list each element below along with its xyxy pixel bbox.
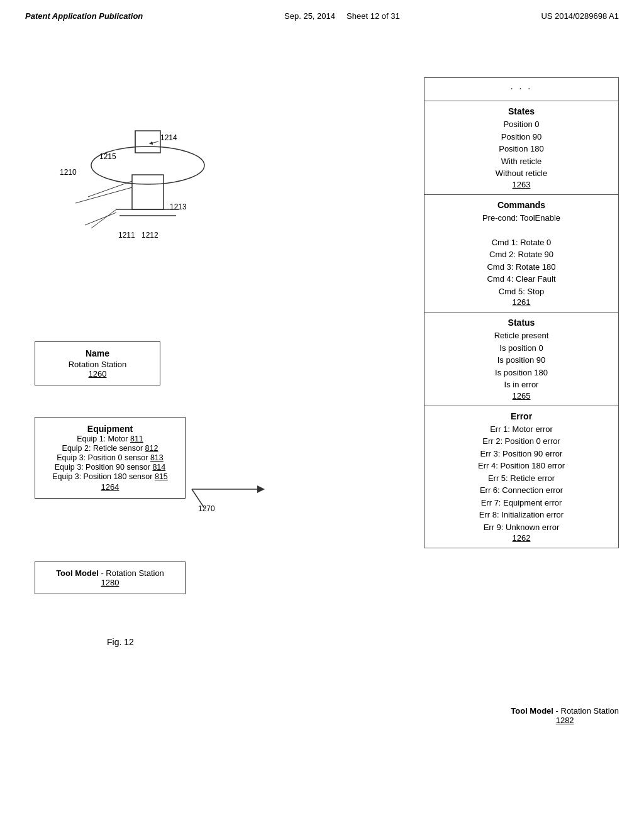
name-box-value: Rotation Station (44, 360, 151, 369)
right-panel-error: Error Err 1: Motor error Err 2: Position… (425, 406, 618, 548)
state-without-reticle: Without reticle (433, 167, 609, 180)
state-position90: Position 90 (433, 131, 609, 143)
err-8: Err 8: Initialization error (433, 509, 609, 521)
equip-line-4: Equip 3: Position 90 sensor 814 (44, 463, 176, 472)
header-date: Sep. 25, 2014 (284, 11, 335, 21)
dots-indicator: · · · (433, 83, 609, 93)
right-panel-states: States Position 0 Position 90 Position 1… (425, 101, 618, 195)
err-1: Err 1: Motor error (433, 423, 609, 436)
err-6: Err 6: Connection error (433, 484, 609, 497)
svg-line-7 (75, 187, 132, 203)
label-1215: 1215 (99, 152, 116, 161)
name-box-title: Name (44, 348, 151, 358)
equip-line-2: Equip 2: Reticle sensor 812 (44, 444, 176, 453)
err-4: Err 4: Position 180 error (433, 460, 609, 472)
err-3: Err 3: Position 90 error (433, 448, 609, 460)
header-sheet: Sheet 12 of 31 (347, 11, 400, 21)
label-1210: 1210 (60, 168, 77, 177)
name-box-ref: 1260 (44, 369, 151, 379)
cmd-3: Cmd 3: Rotate 180 (433, 261, 609, 274)
svg-line-8 (91, 209, 116, 228)
commands-precond: Pre-cond: ToolEnable (433, 212, 609, 224)
name-box: Name Rotation Station 1260 (35, 341, 160, 385)
status-ref: 1265 (433, 391, 609, 401)
tool-model-left-label: Tool Model - Rotation Station (44, 568, 176, 578)
tool-model-right-ref: 1282 (511, 716, 619, 725)
svg-line-10 (151, 141, 158, 143)
states-title: States (433, 106, 609, 116)
header-date-sheet: Sep. 25, 2014 Sheet 12 of 31 (284, 11, 400, 21)
tool-model-plain: - Rotation Station (101, 568, 164, 578)
error-ref: 1262 (433, 533, 609, 543)
equip-line-3: Equip 3: Position 0 sensor 813 (44, 453, 176, 462)
state-position0: Position 0 (433, 118, 609, 131)
fig-label: Fig. 12 (107, 637, 134, 647)
state-position180: Position 180 (433, 143, 609, 155)
label-1211: 1211 (118, 231, 135, 240)
err-9: Err 9: Unknown error (433, 521, 609, 534)
page-header: Patent Application Publication Sep. 25, … (0, 0, 644, 21)
equipment-box: Equipment Equip 1: Motor 811 Equip 2: Re… (35, 417, 186, 499)
right-panel-status: Status Reticle present Is position 0 Is … (425, 313, 618, 406)
commands-ref: 1261 (433, 297, 609, 307)
status-is-pos0: Is position 0 (433, 342, 609, 355)
connection-arrow: 1270 (186, 477, 286, 514)
tool-model-left-box: Tool Model - Rotation Station 1280 (35, 562, 186, 594)
header-publication: Patent Application Publication (25, 11, 143, 21)
header-patent-number: US 2014/0289698 A1 (541, 11, 619, 21)
main-content: 1215 1214 1210 1213 1211 1212 Name Rotat… (0, 27, 644, 826)
cmd-1: Cmd 1: Rotate 0 (433, 236, 609, 249)
tool-model-left-ref: 1280 (44, 578, 176, 587)
status-is-error: Is in error (433, 379, 609, 391)
error-title: Error (433, 411, 609, 421)
label-1212: 1212 (142, 231, 158, 240)
svg-text:1270: 1270 (198, 504, 215, 513)
right-panel-dots: · · · (425, 78, 618, 101)
cmd-blank (433, 224, 609, 236)
diagram-area: 1215 1214 1210 1213 1211 1212 (25, 77, 264, 297)
err-5: Err 5: Reticle error (433, 472, 609, 485)
label-1213: 1213 (170, 202, 187, 211)
rotation-station-diagram: 1215 1214 1210 1213 1211 1212 (25, 77, 264, 304)
commands-title: Commands (433, 200, 609, 210)
cmd-4: Cmd 4: Clear Fault (433, 273, 609, 285)
status-title: Status (433, 318, 609, 328)
tool-model-right-label: Tool Model - Rotation Station (511, 706, 619, 716)
states-ref: 1263 (433, 180, 609, 189)
tool-model-right-plain: - Rotation Station (556, 706, 619, 716)
tool-model-right-bold: Tool Model (511, 706, 553, 716)
status-is-pos90: Is position 90 (433, 354, 609, 367)
state-with-reticle: With reticle (433, 155, 609, 168)
tool-model-right: Tool Model - Rotation Station 1282 (511, 706, 619, 725)
status-reticle-present: Reticle present (433, 329, 609, 342)
svg-rect-3 (132, 175, 164, 209)
err-7: Err 7: Equipment error (433, 497, 609, 509)
cmd-5: Cmd 5: Stop (433, 285, 609, 298)
svg-line-9 (85, 213, 116, 225)
equipment-box-ref: 1264 (44, 482, 176, 492)
arrow-area: 1270 (186, 477, 286, 516)
tool-model-bold: Tool Model (56, 568, 99, 578)
err-2: Err 2: Position 0 error (433, 435, 609, 448)
equip-line-1: Equip 1: Motor 811 (44, 434, 176, 443)
equip-line-5: Equip 3: Position 180 sensor 815 (44, 472, 176, 481)
cmd-2: Cmd 2: Rotate 90 (433, 248, 609, 261)
right-panel-commands: Commands Pre-cond: ToolEnable Cmd 1: Rot… (425, 195, 618, 313)
right-panel: · · · States Position 0 Position 90 Posi… (424, 77, 619, 548)
status-is-pos180: Is position 180 (433, 367, 609, 379)
equipment-box-title: Equipment (44, 424, 176, 434)
label-1214: 1214 (160, 133, 177, 142)
